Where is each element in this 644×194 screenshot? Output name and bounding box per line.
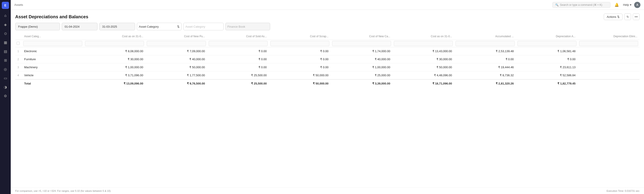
- filter-cost-scrap[interactable]: [270, 41, 330, 46]
- refresh-icon: ↻: [626, 15, 629, 18]
- finance-book-filter[interactable]: Finance Book: [226, 23, 270, 30]
- row-num: 3: [15, 63, 22, 71]
- sidebar-icon-inbox[interactable]: ▤: [1, 47, 10, 55]
- filter-dep-elim[interactable]: [579, 41, 638, 46]
- help-label: Help: [623, 3, 629, 6]
- data-table-container: Asset Categ... Cost as on 31-0... Cost o…: [11, 33, 644, 188]
- sidebar-icon-home[interactable]: ⌂: [1, 12, 10, 20]
- cell-cost-scrap: ₹ 0.00: [269, 47, 331, 55]
- cell-cost-new-ca: ₹ 40,000.00: [331, 55, 392, 63]
- cell-cost-as-on-31: ₹ 13,43,000.00: [392, 47, 454, 55]
- cell-cost-as-on-31: ₹ 50,000.00: [392, 63, 454, 71]
- app-logo[interactable]: E: [2, 2, 9, 9]
- cell-cost-31-03: ₹ 8,08,000.00: [84, 47, 145, 55]
- col-cost-as-on-31: Cost as on 31-0...: [392, 33, 454, 40]
- table-row: 3 Machinery ₹ 1,00,000.00 ₹ 50,000.00 ₹ …: [15, 63, 640, 71]
- cell-cost-new-ca: ₹ 1,00,000.00: [331, 63, 392, 71]
- cell-cost-scrap: ₹ 0.00: [269, 63, 331, 71]
- cell-dep-a: ₹ 52,586.84: [516, 71, 578, 80]
- filter-cost-as-on-31[interactable]: [394, 41, 453, 46]
- execution-time: Execution Time: 0.016731 sec: [607, 190, 640, 192]
- chevron-down-icon: ⇅: [177, 25, 180, 28]
- cell-cost-new-pu: ₹ 40,000.00: [145, 55, 207, 63]
- page-title: Asset Depreciations and Balances: [15, 14, 604, 19]
- cell-dep-elim: [578, 47, 640, 55]
- more-options-button[interactable]: •••: [633, 13, 640, 20]
- cell-accumulated: ₹ 0.00: [454, 55, 516, 63]
- user-avatar[interactable]: A: [634, 2, 640, 8]
- to-date-filter[interactable]: [99, 23, 135, 30]
- sidebar-icon-folder[interactable]: ▭: [1, 74, 10, 82]
- footer-hint: For comparison, use >5, <10 or =324. For…: [15, 190, 111, 192]
- cell-cost-new-ca: ₹ 25,000.00: [331, 71, 392, 80]
- sidebar-icon-calendar[interactable]: ▦: [1, 38, 10, 46]
- table-row: 4 Vehicle ₹ 3,71,096.00 ₹ 1,77,500.00 ₹ …: [15, 71, 640, 80]
- breadcrumb-assets: Assets: [14, 3, 23, 6]
- company-filter[interactable]: [15, 23, 60, 30]
- total-accumulated: ₹ 2,81,320.26: [454, 79, 516, 88]
- sidebar-icon-support[interactable]: ◑: [1, 83, 10, 91]
- cell-dep-elim: [578, 63, 640, 71]
- cell-cost-sold-as: ₹ 25,500.00: [207, 71, 269, 80]
- cell-cost-as-on-31: ₹ 4,48,096.00: [392, 71, 454, 80]
- cell-cost-scrap: ₹ 50,000.00: [269, 71, 331, 80]
- table-row: 2 Furniture ₹ 30,000.00 ₹ 40,000.00 ₹ 0.…: [15, 55, 640, 63]
- chevron-down-icon: ▾: [630, 3, 632, 6]
- filter-cost-new-ca[interactable]: [332, 41, 391, 46]
- cell-dep-elim: [578, 55, 640, 63]
- cell-cost-31-03: ₹ 3,71,096.00: [84, 71, 145, 80]
- sidebar-icon-camera[interactable]: ⊙: [1, 29, 10, 37]
- cell-asset-category: Furniture: [22, 55, 84, 63]
- actions-button[interactable]: Actions ⇅: [604, 14, 622, 20]
- sidebar-icon-badge[interactable]: ◎: [1, 65, 10, 73]
- row-num: 1: [15, 47, 22, 55]
- cell-asset-category: Electronic: [22, 47, 84, 55]
- from-date-filter[interactable]: [62, 23, 98, 30]
- header-checkbox[interactable]: [16, 42, 20, 45]
- filter-cost-sold[interactable]: [209, 41, 268, 46]
- cell-accumulated: ₹ 8,736.32: [454, 71, 516, 80]
- group-by-select[interactable]: Asset Category ⇅: [137, 23, 182, 30]
- more-icon: •••: [634, 15, 638, 18]
- row-num: 2: [15, 55, 22, 63]
- filter-cost-31-03[interactable]: [85, 41, 144, 46]
- col-cost-31-03: Cost as on 31-0...: [84, 33, 145, 40]
- cell-cost-new-pu: ₹ 7,09,000.00: [145, 47, 207, 55]
- filter-asset-category[interactable]: [23, 41, 82, 46]
- notification-bell[interactable]: 🔔: [613, 1, 620, 8]
- sidebar-icon-grid[interactable]: ⊞: [1, 56, 10, 64]
- cell-cost-new-ca: ₹ 1,74,000.00: [331, 47, 392, 55]
- cell-asset-category: Machinery: [22, 63, 84, 71]
- page-header: Asset Depreciations and Balances Actions…: [11, 10, 644, 23]
- sidebar-icon-chart[interactable]: ◈: [1, 20, 10, 28]
- cell-dep-a: ₹ 1,06,581.48: [516, 47, 578, 55]
- cell-cost-as-on-31: ₹ 30,000.00: [392, 55, 454, 63]
- category-filter[interactable]: Asset Category: [183, 23, 224, 30]
- search-bar[interactable]: 🔍 Search or type a command (⌘ + K): [552, 2, 610, 8]
- table-row: 1 Electronic ₹ 8,08,000.00 ₹ 7,09,000.00…: [15, 47, 640, 55]
- col-cost-new-ca: Cost of New Ca...: [331, 33, 392, 40]
- col-cost-new-pu: Cost of New Pu...: [145, 33, 207, 40]
- cell-cost-scrap: ₹ 0.00: [269, 55, 331, 63]
- sidebar: E ⌂ ◈ ⊙ ▦ ▤ ⊞ ◎ ▭ ◑ ⚙: [0, 0, 11, 194]
- help-menu[interactable]: Help ▾: [623, 3, 632, 6]
- cell-dep-elim: [578, 71, 640, 80]
- filter-dep-a[interactable]: [518, 41, 576, 46]
- cell-cost-31-03: ₹ 30,000.00: [84, 55, 145, 63]
- filter-accumulated[interactable]: [456, 41, 514, 46]
- col-dep-elim: Depreciation Elimi...: [578, 33, 640, 40]
- col-cost-scrap: Cost of Scrap...: [269, 33, 331, 40]
- total-cost-scrap: ₹ 50,000.00: [269, 79, 331, 88]
- sidebar-icon-settings[interactable]: ⚙: [1, 92, 10, 100]
- cell-cost-31-03: ₹ 1,00,000.00: [84, 63, 145, 71]
- main-content: Assets 🔍 Search or type a command (⌘ + K…: [11, 0, 644, 194]
- total-cost-as-on-31: ₹ 18,71,096.00: [392, 79, 454, 88]
- total-label: Total: [22, 79, 84, 88]
- filter-cost-new-pu[interactable]: [147, 41, 206, 46]
- cell-cost-sold-as: ₹ 0.00: [207, 47, 269, 55]
- column-filter-row: [15, 40, 640, 47]
- topbar: Assets 🔍 Search or type a command (⌘ + K…: [11, 0, 644, 10]
- total-cost-31-03: ₹ 13,09,096.00: [84, 79, 145, 88]
- sort-icon: ⇅: [617, 15, 620, 18]
- refresh-button[interactable]: ↻: [624, 13, 631, 20]
